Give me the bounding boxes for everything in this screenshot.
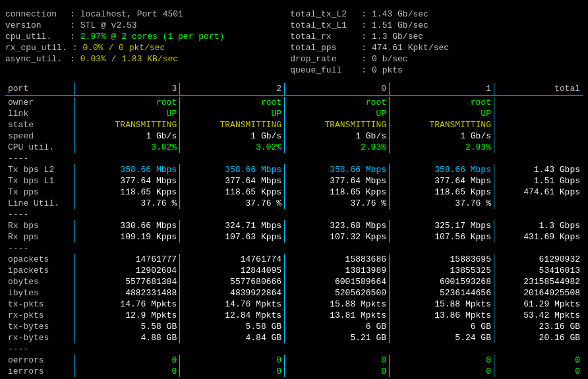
stat-value: 1.43 Gb/sec: [372, 9, 428, 19]
table-header: port3201total: [5, 83, 583, 96]
row-value: [494, 198, 583, 209]
row-value: 1.43 Gbps: [494, 164, 583, 175]
row-value: 1 Gb/s: [285, 131, 390, 142]
table-row: Tx bps L2358.66 Mbps358.66 Mbps358.66 Mb…: [5, 164, 583, 175]
table-divider-row: ----: [5, 153, 583, 164]
stat-value: 2.97% @ 2 cores (1 per port): [80, 32, 224, 42]
row-value: 0: [390, 355, 494, 366]
row-value: TRANSMITTING: [75, 119, 180, 131]
row-value: 3.02%: [75, 142, 180, 153]
row-label: Rx bps: [5, 220, 75, 231]
stat-colon: :: [361, 9, 367, 19]
row-value: 5205626500: [285, 287, 390, 299]
row-value: 118.65 Kpps: [180, 187, 285, 198]
row-value: 5.21 GB: [285, 332, 390, 343]
stat-colon: :: [361, 32, 367, 42]
row-value: 14761777: [75, 254, 180, 265]
table-divider-row: ----: [5, 343, 583, 355]
stat-key: async_util.: [5, 54, 65, 64]
row-value: UP: [180, 108, 285, 119]
row-label: tx-pkts: [5, 299, 75, 310]
row-value: 0: [285, 366, 390, 377]
row-value: [494, 119, 583, 131]
row-value: 118.65 Kpps: [285, 187, 390, 198]
row-value: 5.58 GB: [75, 321, 180, 332]
stat-colon: :: [361, 43, 367, 53]
stat-colon: :: [70, 32, 75, 42]
table-divider-row: ----: [5, 243, 583, 254]
table-row: rx-bytes4.88 GB4.84 GB5.21 GB5.24 GB20.1…: [5, 332, 583, 343]
row-value: 13813989: [285, 265, 390, 276]
row-value: UP: [390, 108, 494, 119]
row-label: opackets: [5, 254, 75, 265]
stat-row: cpu_util.:2.97% @ 2 cores (1 per port): [5, 32, 224, 42]
row-value: 330.66 Mbps: [75, 220, 180, 231]
table-row: ipackets12902604128440951381398913855325…: [5, 265, 583, 276]
row-value: 15.88 Mpkts: [390, 299, 494, 310]
table-divider-row: ----: [5, 209, 583, 220]
row-label: Tx bps L1: [5, 175, 75, 187]
row-value: UP: [285, 108, 390, 119]
stat-key: rx_cpu_util.: [5, 43, 67, 53]
stat-colon: :: [361, 65, 367, 75]
row-value: [494, 142, 583, 153]
table-row: Rx pps109.19 Kpps107.63 Kpps107.32 Kpps1…: [5, 231, 583, 243]
stat-value: 0.03% / 1.83 KB/sec: [80, 54, 178, 64]
row-value: root: [390, 97, 494, 108]
table-row: opackets14761777147617741588368615883695…: [5, 254, 583, 265]
row-label: ibytes: [5, 287, 75, 299]
row-label: link: [5, 108, 75, 119]
table-header-cell: 1: [390, 83, 494, 96]
row-value: 6001589664: [285, 276, 390, 287]
row-label: Tx bps L2: [5, 164, 75, 175]
row-value: 6 GB: [390, 321, 494, 332]
row-value: 6 GB: [285, 321, 390, 332]
row-value: 431.69 Kpps: [494, 231, 583, 243]
row-value: 0: [285, 355, 390, 366]
row-value: [494, 97, 583, 108]
row-value: 12902604: [75, 265, 180, 276]
row-value: 23.16 GB: [494, 321, 583, 332]
row-value: 0: [390, 366, 494, 377]
row-value: 1.51 Gbps: [494, 175, 583, 187]
row-label: Line Util.: [5, 198, 75, 209]
stat-value: 1.3 Gb/sec: [372, 32, 423, 42]
stat-row: drop_rate:0 b/sec: [290, 54, 449, 64]
stat-row: total_tx_L1:1.51 Gb/sec: [290, 20, 449, 30]
row-value: 0: [494, 366, 583, 377]
row-value: 14761774: [180, 254, 285, 265]
row-value: 53.42 Mpkts: [494, 310, 583, 321]
row-value: 3.02%: [180, 142, 285, 153]
table-row: Tx bps L1377.64 Mbps377.64 Mbps377.64 Mb…: [5, 175, 583, 187]
row-value: 2.93%: [285, 142, 390, 153]
row-value: 323.68 Mbps: [285, 220, 390, 231]
stat-row: connection:localhost, Port 4501: [5, 9, 224, 19]
stat-row: queue_full:0 pkts: [290, 65, 449, 75]
row-label: speed: [5, 131, 75, 142]
row-value: 37.76 %: [390, 198, 494, 209]
stat-key: connection: [5, 9, 65, 19]
row-value: UP: [75, 108, 180, 119]
row-label: Tx pps: [5, 187, 75, 198]
stat-colon: :: [73, 43, 78, 53]
table-row: ierrors00000: [5, 366, 583, 377]
row-value: 5.24 GB: [390, 332, 494, 343]
row-value: 324.71 Mbps: [180, 220, 285, 231]
row-value: 107.32 Kpps: [285, 231, 390, 243]
table-row: stateTRANSMITTINGTRANSMITTINGTRANSMITTIN…: [5, 119, 583, 131]
row-value: 358.66 Mbps: [390, 164, 494, 175]
row-value: 2.93%: [390, 142, 494, 153]
stat-value: STL @ v2.53: [80, 20, 137, 30]
row-value: 61.29 Mpkts: [494, 299, 583, 310]
table-row: ibytes4882331488483992286452056265005236…: [5, 287, 583, 299]
stat-key: cpu_util.: [5, 32, 65, 42]
row-value: 13.81 Mpkts: [285, 310, 390, 321]
stat-value: 0.0% / 0 pkt/sec: [82, 43, 165, 53]
row-value: 0: [75, 355, 180, 366]
row-value: 5236144656: [390, 287, 494, 299]
row-value: 325.17 Mbps: [390, 220, 494, 231]
table-row: tx-bytes5.58 GB5.58 GB6 GB6 GB23.16 GB: [5, 321, 583, 332]
port-stats-table: port3201total ownerrootrootrootrootlinkU…: [5, 83, 583, 377]
row-value: TRANSMITTING: [180, 119, 285, 131]
stats-right-col: total_tx_L2:1.43 Gb/sectotal_tx_L1:1.51 …: [290, 9, 449, 75]
